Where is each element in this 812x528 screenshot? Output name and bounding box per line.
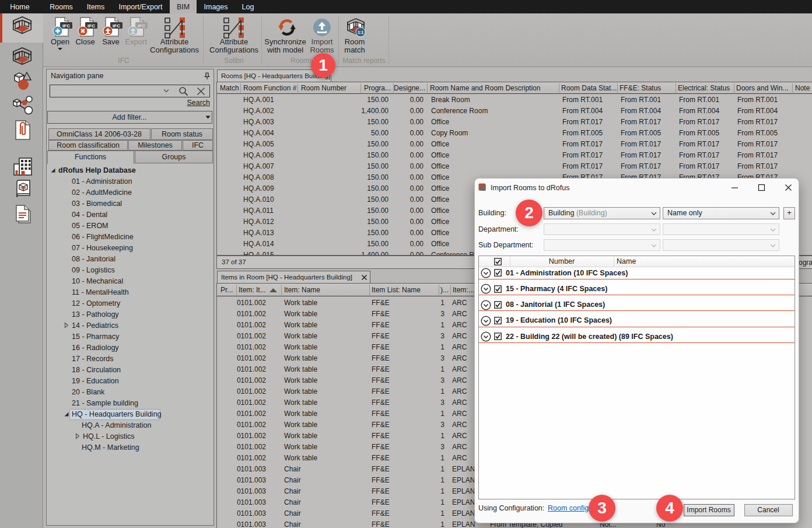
svg-text:IFC: IFC [62,23,70,29]
svg-text:1:1: 1:1 [358,30,363,34]
svg-text:IFC: IFC [138,23,145,29]
svg-text:IFC: IFC [113,23,120,29]
svg-text:IFC: IFC [88,23,95,29]
